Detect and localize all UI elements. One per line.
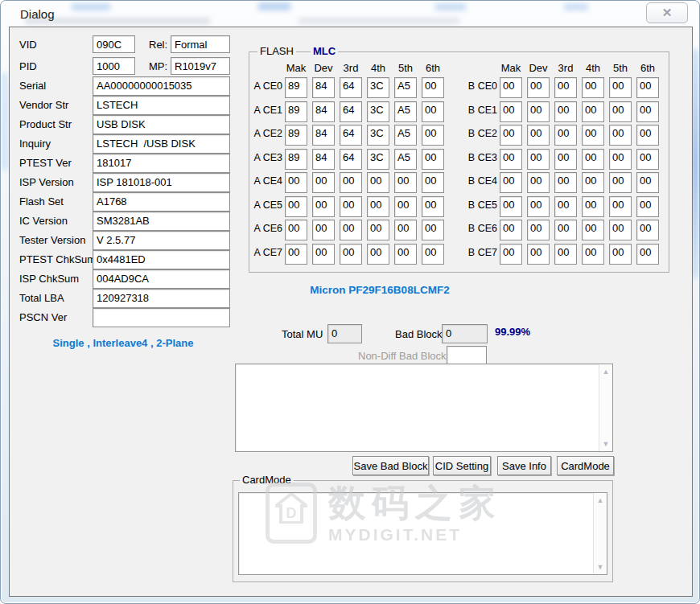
flash-ce-field-b4-0[interactable]: 00 xyxy=(500,172,522,193)
flash-ce-field-a3-3[interactable]: 3C xyxy=(367,149,389,170)
flash-ce-field-b7-1[interactable]: 00 xyxy=(527,244,550,265)
flash-ce-field-a0-4[interactable]: A5 xyxy=(394,77,417,98)
flash-ce-field-a6-3[interactable]: 00 xyxy=(367,220,389,240)
flash-ce-field-a5-4[interactable]: 00 xyxy=(394,196,417,217)
flash-ce-field-a5-3[interactable]: 00 xyxy=(367,196,389,217)
flash-ce-field-b6-4[interactable]: 00 xyxy=(609,220,632,240)
flash-ce-field-a7-5[interactable]: 00 xyxy=(422,244,444,265)
flash-ce-field-b1-0[interactable]: 00 xyxy=(500,101,522,122)
flash-ce-field-b2-3[interactable]: 00 xyxy=(582,125,604,146)
flash-ce-field-b6-0[interactable]: 00 xyxy=(500,220,522,240)
flash-ce-field-b4-2[interactable]: 00 xyxy=(554,172,577,193)
flash-ce-field-a2-4[interactable]: A5 xyxy=(394,125,417,146)
flash-ce-field-a7-1[interactable]: 00 xyxy=(312,244,335,265)
flash-ce-field-a2-5[interactable]: 00 xyxy=(422,125,444,146)
flash-ce-field-a5-2[interactable]: 00 xyxy=(340,196,362,217)
mp-field[interactable]: R1019v7 xyxy=(171,57,230,75)
flash-ce-field-b2-5[interactable]: 00 xyxy=(636,125,659,146)
flash-ce-field-b2-4[interactable]: 00 xyxy=(609,125,632,146)
flash-ce-field-a5-1[interactable]: 00 xyxy=(312,196,335,217)
flash-ce-field-a0-3[interactable]: 3C xyxy=(367,77,389,98)
flash-ce-field-b6-2[interactable]: 00 xyxy=(554,220,577,240)
cardmode-scrollbar[interactable]: ▲ ▼ xyxy=(593,493,607,574)
ic-version-field[interactable]: SM3281AB xyxy=(93,212,230,231)
flash-ce-field-b5-3[interactable]: 00 xyxy=(582,196,604,217)
flash-ce-field-a2-3[interactable]: 3C xyxy=(367,125,389,146)
flash-ce-field-a6-2[interactable]: 00 xyxy=(340,220,362,240)
flash-ce-field-b7-0[interactable]: 00 xyxy=(500,244,522,265)
scroll-down-icon[interactable]: ▼ xyxy=(599,440,612,448)
flash-ce-field-b0-1[interactable]: 00 xyxy=(527,77,550,98)
flash-ce-field-a5-0[interactable]: 00 xyxy=(285,196,307,217)
save-bad-block-button[interactable]: Save Bad Block xyxy=(352,456,429,475)
flash-ce-field-a1-0[interactable]: 89 xyxy=(285,101,307,122)
flash-ce-field-a4-2[interactable]: 00 xyxy=(340,172,362,193)
flash-ce-field-a4-1[interactable]: 00 xyxy=(312,172,335,193)
flash-ce-field-b3-0[interactable]: 00 xyxy=(500,149,522,170)
flash-ce-field-b4-5[interactable]: 00 xyxy=(636,172,659,193)
rel-field[interactable]: Formal xyxy=(171,35,230,53)
flash-ce-field-b5-2[interactable]: 00 xyxy=(554,196,577,217)
log-textarea[interactable]: ▲ ▼ xyxy=(235,364,613,452)
flash-ce-field-a3-1[interactable]: 84 xyxy=(312,149,335,170)
flash-ce-field-b1-2[interactable]: 00 xyxy=(554,101,577,122)
flash-ce-field-a3-5[interactable]: 00 xyxy=(422,149,444,170)
flash-ce-field-b0-4[interactable]: 00 xyxy=(609,77,632,98)
flash-ce-field-a7-0[interactable]: 00 xyxy=(285,244,307,265)
flash-ce-field-b1-4[interactable]: 00 xyxy=(609,101,632,122)
flash-ce-field-a3-2[interactable]: 64 xyxy=(340,149,362,170)
non-diff-bad-block-field[interactable] xyxy=(447,346,487,364)
flash-ce-field-a1-4[interactable]: A5 xyxy=(394,101,417,122)
flash-ce-field-a0-1[interactable]: 84 xyxy=(312,77,335,98)
flash-set-field[interactable]: A1768 xyxy=(93,192,230,212)
flash-ce-field-a4-4[interactable]: 00 xyxy=(394,172,417,193)
ptest-chksum-field[interactable]: 0x4481ED xyxy=(93,250,230,269)
flash-ce-field-a0-2[interactable]: 64 xyxy=(340,77,362,98)
flash-ce-field-b3-3[interactable]: 00 xyxy=(582,149,604,170)
total-mu-field[interactable]: 0 xyxy=(327,324,362,343)
flash-ce-field-b3-2[interactable]: 00 xyxy=(554,149,577,170)
flash-ce-field-a1-1[interactable]: 84 xyxy=(312,101,335,122)
flash-ce-field-b2-2[interactable]: 00 xyxy=(554,125,577,146)
flash-ce-field-a4-3[interactable]: 00 xyxy=(367,172,389,193)
flash-ce-field-a1-5[interactable]: 00 xyxy=(422,101,444,122)
flash-ce-field-a0-5[interactable]: 00 xyxy=(422,77,444,98)
flash-ce-field-a3-4[interactable]: A5 xyxy=(394,149,417,170)
flash-ce-field-a6-1[interactable]: 00 xyxy=(312,220,335,240)
flash-ce-field-b5-5[interactable]: 00 xyxy=(636,196,659,217)
flash-ce-field-a7-2[interactable]: 00 xyxy=(340,244,362,265)
flash-ce-field-a6-5[interactable]: 00 xyxy=(422,220,444,240)
flash-ce-field-a2-1[interactable]: 84 xyxy=(312,125,335,146)
scroll-up-icon[interactable]: ▲ xyxy=(599,368,612,376)
cardmode-button[interactable]: CardMode xyxy=(557,456,614,475)
bad-block-field[interactable]: 0 xyxy=(442,324,488,343)
inquiry-field[interactable]: LSTECH /USB DISK xyxy=(93,134,230,154)
flash-ce-field-a5-5[interactable]: 00 xyxy=(422,196,444,217)
flash-ce-field-b0-2[interactable]: 00 xyxy=(554,77,577,98)
flash-ce-field-a7-3[interactable]: 00 xyxy=(367,244,389,265)
product-str-field[interactable]: USB DISK xyxy=(93,115,230,134)
flash-ce-field-b4-1[interactable]: 00 xyxy=(527,172,550,193)
isp-chksum-field[interactable]: 004AD9CA xyxy=(93,269,230,289)
pscn-ver-field[interactable] xyxy=(93,308,230,327)
log-scrollbar[interactable]: ▲ ▼ xyxy=(599,364,612,451)
flash-ce-field-a2-2[interactable]: 64 xyxy=(340,125,362,146)
flash-ce-field-b2-0[interactable]: 00 xyxy=(500,125,522,146)
flash-ce-field-b3-5[interactable]: 00 xyxy=(636,149,659,170)
flash-ce-field-a2-0[interactable]: 89 xyxy=(285,125,307,146)
flash-ce-field-b5-1[interactable]: 00 xyxy=(527,196,550,217)
ptest-ver-field[interactable]: 181017 xyxy=(93,154,230,173)
scroll-down-icon[interactable]: ▼ xyxy=(594,563,607,571)
flash-ce-field-a6-0[interactable]: 00 xyxy=(285,220,307,240)
pid-field[interactable]: 1000 xyxy=(93,57,135,75)
flash-ce-field-b7-4[interactable]: 00 xyxy=(609,244,632,265)
vid-field[interactable]: 090C xyxy=(93,35,135,53)
cardmode-textarea[interactable]: ▲ ▼ xyxy=(238,492,607,575)
close-button[interactable]: ✕ xyxy=(646,2,688,23)
flash-ce-field-b1-3[interactable]: 00 xyxy=(582,101,604,122)
flash-ce-field-b5-0[interactable]: 00 xyxy=(500,196,522,217)
flash-ce-field-b7-3[interactable]: 00 xyxy=(582,244,604,265)
flash-ce-field-b3-4[interactable]: 00 xyxy=(609,149,632,170)
flash-ce-field-b2-1[interactable]: 00 xyxy=(527,125,550,146)
flash-ce-field-a0-0[interactable]: 89 xyxy=(285,77,307,98)
